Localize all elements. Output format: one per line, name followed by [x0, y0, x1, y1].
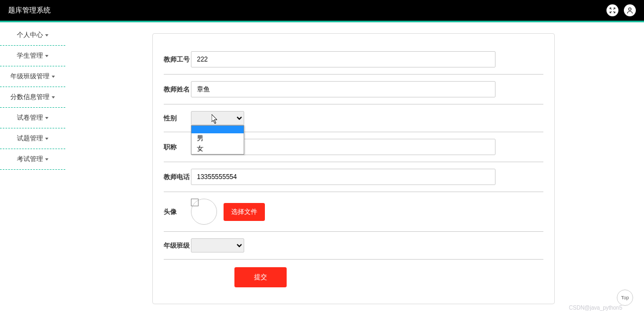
label-phone: 教师电话	[164, 173, 191, 182]
svg-point-0	[629, 8, 631, 10]
form-card: 教师工号 教师姓名 性别 男 女	[152, 33, 555, 304]
sidebar-item-label: 个人中心	[17, 31, 43, 39]
header-icons	[606, 4, 636, 16]
sidebar-item-label: 试题管理	[17, 134, 43, 142]
sidebar-item-label: 试卷管理	[17, 114, 43, 121]
row-phone: 教师电话	[164, 162, 543, 192]
sidebar-item-label: 考试管理	[17, 155, 43, 163]
main-content: 教师工号 教师姓名 性别 男 女	[65, 22, 644, 314]
header-bar: 题库管理系统	[0, 0, 644, 21]
input-phone[interactable]	[191, 169, 496, 185]
avatar-preview	[191, 199, 217, 225]
label-title: 职称	[164, 143, 191, 152]
sidebar-item-questions[interactable]: 试题管理	[0, 128, 65, 149]
select-class[interactable]	[191, 238, 244, 253]
label-teacher-id: 教师工号	[164, 55, 191, 64]
label-avatar: 头像	[164, 207, 191, 217]
row-teacher-name: 教师姓名	[164, 75, 543, 104]
sidebar-item-profile[interactable]: 个人中心	[0, 25, 65, 46]
sidebar-item-papers[interactable]: 试卷管理	[0, 108, 65, 128]
dropdown-option-blank[interactable]	[191, 126, 244, 133]
row-gender: 性别 男 女	[164, 104, 543, 132]
row-teacher-id: 教师工号	[164, 45, 543, 75]
row-avatar: 头像 选择文件	[164, 192, 543, 232]
submit-button[interactable]: 提交	[234, 267, 287, 287]
app-title: 题库管理系统	[8, 5, 51, 15]
sidebar-item-classes[interactable]: 年级班级管理	[0, 66, 65, 87]
sidebar-item-exams[interactable]: 考试管理	[0, 149, 65, 170]
sidebar-item-label: 学生管理	[17, 52, 43, 59]
input-teacher-name[interactable]	[191, 81, 496, 97]
sidebar-item-label: 分数信息管理	[10, 93, 49, 101]
sidebar-item-label: 年级班级管理	[10, 72, 49, 80]
user-icon[interactable]	[624, 4, 636, 16]
upload-button[interactable]: 选择文件	[224, 203, 265, 221]
label-teacher-name: 教师姓名	[164, 85, 191, 94]
sidebar: 个人中心 学生管理 年级班级管理 分数信息管理 试卷管理 试题管理 考试管理	[0, 22, 65, 314]
dropdown-option-male[interactable]: 男	[191, 133, 244, 144]
select-gender[interactable]	[191, 111, 244, 125]
back-to-top-button[interactable]: Top	[617, 290, 633, 306]
gender-dropdown: 男 女	[191, 125, 244, 155]
fullscreen-icon[interactable]	[606, 4, 618, 16]
label-class: 年级班级	[164, 241, 191, 250]
sidebar-item-students[interactable]: 学生管理	[0, 46, 65, 66]
label-gender: 性别	[164, 114, 191, 123]
watermark: CSDN@java_python5	[569, 305, 622, 311]
row-class: 年级班级	[164, 232, 543, 260]
input-teacher-id[interactable]	[191, 51, 496, 67]
dropdown-option-female[interactable]: 女	[191, 144, 244, 154]
sidebar-item-scores[interactable]: 分数信息管理	[0, 87, 65, 108]
